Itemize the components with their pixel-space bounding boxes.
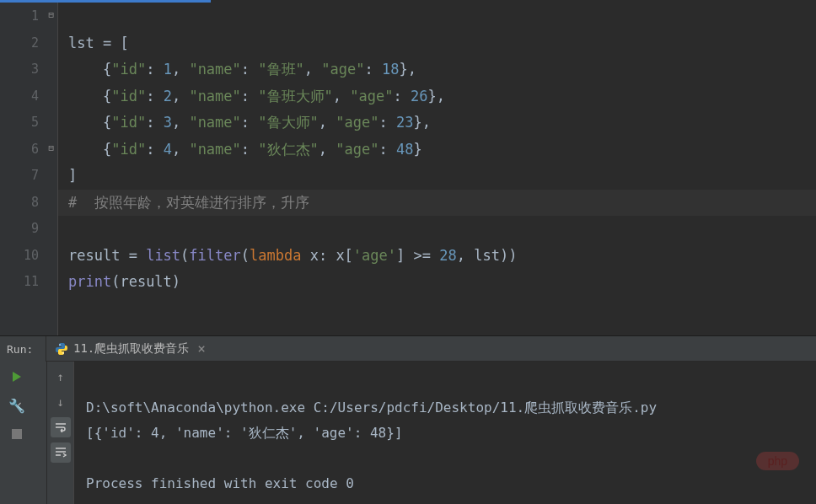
progress-bar (0, 0, 211, 3)
svg-marker-0 (13, 372, 21, 382)
line-number: 4 (31, 88, 39, 104)
line-number: 3 (31, 62, 39, 77)
fold-close-icon[interactable]: ⊟ (46, 144, 54, 153)
run-tab-bar: 11.爬虫抓取收费音乐 × (46, 336, 816, 362)
close-tab-button[interactable]: × (197, 340, 206, 357)
line-number: 6 (31, 142, 39, 157)
line-number: 2 (31, 35, 39, 51)
python-file-icon (55, 342, 68, 356)
line-number: 7 (31, 168, 39, 183)
code-editor[interactable]: 1⊟ 2 3 4 5 6⊟ 7 8 9 10 11 lst = [ {"id":… (0, 0, 816, 335)
line-number: 1 (31, 8, 39, 24)
console-toolbar: ↑ ↓ (46, 362, 73, 504)
console-line: Process finished with exit code 0 (86, 475, 354, 491)
svg-point-2 (59, 344, 61, 346)
scroll-down-button[interactable]: ↓ (51, 392, 71, 412)
line-number: 11 (24, 274, 39, 289)
run-left-toolbar: 🔧 (0, 362, 34, 444)
line-number: 10 (24, 248, 39, 263)
line-number-gutter: 1⊟ 2 3 4 5 6⊟ 7 8 9 10 11 (0, 0, 57, 335)
rerun-button[interactable] (7, 367, 27, 387)
code-text-area[interactable]: lst = [ {"id": 1, "name": "鲁班", "age": 1… (57, 0, 816, 335)
console-output[interactable]: D:\soft\Anaconda\python.exe C:/Users/pdc… (73, 362, 816, 504)
fold-open-icon[interactable]: ⊟ (46, 11, 54, 19)
run-tool-window: Run: 🔧 11.爬虫抓取收费音乐 × ↑ ↓ (0, 336, 816, 504)
soft-wrap-button[interactable] (51, 417, 71, 437)
svg-rect-1 (12, 429, 22, 439)
console-line: D:\soft\Anaconda\python.exe C:/Users/pdc… (86, 399, 657, 416)
line-number: 8 (31, 195, 39, 210)
line-number: 5 (31, 115, 39, 130)
svg-point-3 (62, 352, 64, 354)
watermark-badge: php (756, 452, 799, 470)
run-tab-title[interactable]: 11.爬虫抓取收费音乐 (73, 341, 189, 357)
stop-button[interactable] (7, 424, 27, 444)
line-number: 9 (31, 221, 39, 236)
console-line: [{'id': 4, 'name': '狄仁杰', 'age': 48}] (86, 425, 403, 441)
scroll-up-button[interactable]: ↑ (51, 367, 71, 387)
settings-button[interactable]: 🔧 (7, 395, 27, 416)
scroll-to-end-button[interactable] (51, 442, 71, 463)
run-panel-label: Run: (0, 336, 46, 362)
